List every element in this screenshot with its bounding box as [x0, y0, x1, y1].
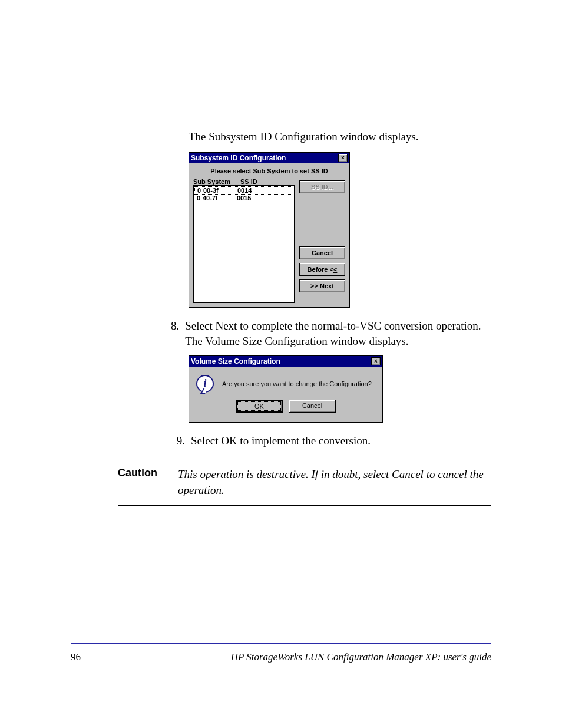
step-number: 9. — [171, 433, 185, 449]
list-headers: Sub System SS ID — [193, 178, 295, 185]
header-subsystem: Sub System — [193, 178, 240, 185]
step-text: Select Next to complete the normal-to-VS… — [185, 318, 491, 350]
footer-guide-title: HP StorageWorks LUN Configuration Manage… — [231, 651, 491, 663]
cancel-button[interactable]: Cancel — [299, 246, 345, 259]
intro-paragraph: The Subsystem ID Configuration window di… — [189, 129, 491, 145]
ok-button[interactable]: OK — [236, 400, 283, 413]
before-button[interactable]: Before << — [299, 263, 345, 276]
list-item[interactable]: 0 40-7f 0015 — [194, 195, 293, 202]
list-item[interactable]: 0 00-3f 0014 — [194, 186, 293, 195]
step-number: 8. — [171, 318, 179, 350]
close-icon[interactable]: × — [338, 154, 348, 162]
volume-size-dialog: Volume Size Configuration × i Are you su… — [189, 355, 383, 423]
next-button[interactable]: >> Next — [299, 279, 345, 292]
dialog-titlebar: Volume Size Configuration × — [189, 356, 382, 367]
info-icon: i — [196, 375, 214, 393]
page-footer: 96 HP StorageWorks LUN Configuration Man… — [71, 651, 491, 663]
step-text: Select OK to implement the conversion. — [191, 433, 371, 449]
footer-rule — [71, 643, 491, 644]
subsystem-listbox[interactable]: 0 00-3f 0014 0 40-7f 0015 — [193, 185, 295, 303]
cancel-button[interactable]: Cancel — [289, 400, 336, 413]
dialog-instruction: Please select Sub System to set SS ID — [193, 167, 345, 174]
subsystem-id-dialog: Subsystem ID Configuration × Please sele… — [189, 152, 350, 308]
caution-block: Caution This operation is destructive. I… — [118, 462, 491, 505]
page-number: 96 — [71, 651, 81, 663]
header-ssid: SS ID — [240, 178, 257, 185]
caution-text: This operation is destructive. If in dou… — [178, 467, 491, 498]
dialog-message: Are you sure you want to change the Conf… — [222, 380, 372, 387]
dialog-title: Subsystem ID Configuration — [191, 154, 286, 162]
close-icon[interactable]: × — [371, 357, 381, 365]
dialog-title: Volume Size Configuration — [191, 357, 280, 365]
caution-label: Caution — [118, 467, 165, 498]
ssid-button[interactable]: SS ID... — [299, 180, 345, 193]
dialog-titlebar: Subsystem ID Configuration × — [189, 153, 349, 163]
